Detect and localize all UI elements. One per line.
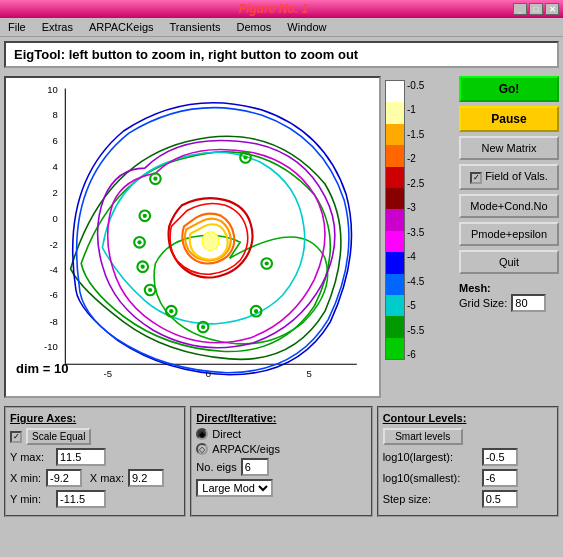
- x-min-input[interactable]: [46, 469, 82, 487]
- svg-point-24: [141, 265, 145, 269]
- y-max-input[interactable]: [56, 448, 106, 466]
- menu-transients[interactable]: Transients: [166, 20, 225, 34]
- mesh-section: Mesh: Grid Size:: [459, 282, 559, 312]
- svg-point-30: [201, 325, 205, 329]
- plot-area[interactable]: 10 8 6 4 2 0 -2 -4 -6 -8 -10 -5 0 5: [4, 76, 381, 398]
- mode-cond-button[interactable]: Mode+Cond.No: [459, 194, 559, 218]
- svg-text:5: 5: [306, 368, 311, 379]
- scale-equal-checkbox[interactable]: ✓: [10, 431, 22, 443]
- maximize-button[interactable]: □: [529, 3, 543, 15]
- right-panel: Go! Pause New Matrix ✓ Field of Vals. Mo…: [459, 76, 559, 398]
- svg-text:-5: -5: [103, 368, 111, 379]
- checkbox-fov: ✓: [470, 172, 482, 184]
- svg-text:0: 0: [53, 213, 58, 224]
- svg-point-26: [148, 288, 152, 292]
- step-size-input[interactable]: [482, 490, 518, 508]
- figure-axes-title: Figure Axes:: [10, 412, 180, 424]
- window-controls[interactable]: _ □ ✕: [513, 3, 559, 15]
- step-size-label: Step size:: [383, 493, 478, 505]
- status-text: EigTool: left button to zoom in, right b…: [14, 47, 358, 62]
- svg-text:-6: -6: [49, 289, 57, 300]
- svg-text:-8: -8: [49, 316, 57, 327]
- colorbar-area: -0.5 -1 -1.5 -2 -2.5 -3 -3.5 -4 -4.5 -5 …: [385, 76, 455, 398]
- svg-point-34: [265, 261, 269, 265]
- smart-levels-button[interactable]: Smart levels: [383, 428, 463, 445]
- direct-iterative-panel: Direct/Iterative: ◆ Direct ◇ ARPACK/eigs…: [190, 406, 372, 517]
- svg-text:-2: -2: [49, 239, 57, 250]
- pause-button[interactable]: Pause: [459, 106, 559, 132]
- log10-largest-label: log10(largest):: [383, 451, 478, 463]
- direct-label: Direct: [212, 428, 241, 440]
- y-min-input[interactable]: [56, 490, 106, 508]
- direct-radio[interactable]: ◆: [196, 428, 208, 440]
- direct-iterative-title: Direct/Iterative:: [196, 412, 366, 424]
- y-max-label: Y max:: [10, 451, 52, 463]
- svg-text:2: 2: [53, 187, 58, 198]
- svg-point-18: [153, 177, 157, 181]
- grid-size-label: Grid Size:: [459, 297, 507, 309]
- large-mod-select[interactable]: Large Mod: [196, 479, 273, 497]
- svg-text:-10: -10: [44, 341, 58, 352]
- svg-point-36: [254, 309, 258, 313]
- menu-arpack[interactable]: ARPACKeigs: [85, 20, 158, 34]
- menu-demos[interactable]: Demos: [232, 20, 275, 34]
- svg-text:6: 6: [53, 135, 58, 146]
- quit-button[interactable]: Quit: [459, 250, 559, 274]
- svg-point-28: [169, 309, 173, 313]
- field-of-vals-button[interactable]: ✓ Field of Vals.: [459, 164, 559, 190]
- svg-text:8: 8: [53, 109, 58, 120]
- contour-levels-panel: Contour Levels: Smart levels log10(large…: [377, 406, 559, 517]
- svg-point-22: [137, 240, 141, 244]
- dim-label: dim = 10: [16, 361, 68, 376]
- log10-largest-input[interactable]: [482, 448, 518, 466]
- new-matrix-button[interactable]: New Matrix: [459, 136, 559, 160]
- x-max-label: X max:: [86, 472, 124, 484]
- menu-window[interactable]: Window: [283, 20, 330, 34]
- menu-extras[interactable]: Extras: [38, 20, 77, 34]
- status-bar: EigTool: left button to zoom in, right b…: [4, 41, 559, 68]
- no-eigs-input[interactable]: [241, 458, 269, 476]
- close-button[interactable]: ✕: [545, 3, 559, 15]
- log10-smallest-label: log10(smallest):: [383, 472, 478, 484]
- svg-point-20: [143, 214, 147, 218]
- pmode-button[interactable]: Pmode+epsilon: [459, 222, 559, 246]
- menu-file[interactable]: File: [4, 20, 30, 34]
- arpack-label: ARPACK/eigs: [212, 443, 280, 455]
- contour-levels-title: Contour Levels:: [383, 412, 553, 424]
- title-bar: Figure No. 1 _ □ ✕: [0, 0, 563, 18]
- svg-point-16: [202, 232, 219, 251]
- grid-size-input[interactable]: [511, 294, 546, 312]
- x-max-input[interactable]: [128, 469, 164, 487]
- minimize-button[interactable]: _: [513, 3, 527, 15]
- scale-equal-button[interactable]: Scale Equal: [26, 428, 91, 445]
- mesh-label: Mesh:: [459, 282, 559, 294]
- figure-axes-panel: Figure Axes: ✓ Scale Equal Y max: X min:…: [4, 406, 186, 517]
- x-min-label: X min:: [10, 472, 42, 484]
- no-eigs-label: No. eigs: [196, 461, 236, 473]
- y-min-label: Y min:: [10, 493, 52, 505]
- log10-smallest-input[interactable]: [482, 469, 518, 487]
- go-button[interactable]: Go!: [459, 76, 559, 102]
- arpack-radio[interactable]: ◇: [196, 443, 208, 455]
- bottom-panels: Figure Axes: ✓ Scale Equal Y max: X min:…: [0, 402, 563, 521]
- menu-bar: File Extras ARPACKeigs Transients Demos …: [0, 18, 563, 37]
- window-title: Figure No. 1: [34, 2, 513, 16]
- colorbar-labels: -0.5 -1 -1.5 -2 -2.5 -3 -3.5 -4 -4.5 -5 …: [407, 80, 424, 360]
- main-content: 10 8 6 4 2 0 -2 -4 -6 -8 -10 -5 0 5: [0, 72, 563, 402]
- svg-text:-4: -4: [49, 264, 58, 275]
- svg-point-32: [243, 155, 247, 159]
- svg-text:4: 4: [53, 161, 59, 172]
- svg-text:10: 10: [47, 84, 58, 95]
